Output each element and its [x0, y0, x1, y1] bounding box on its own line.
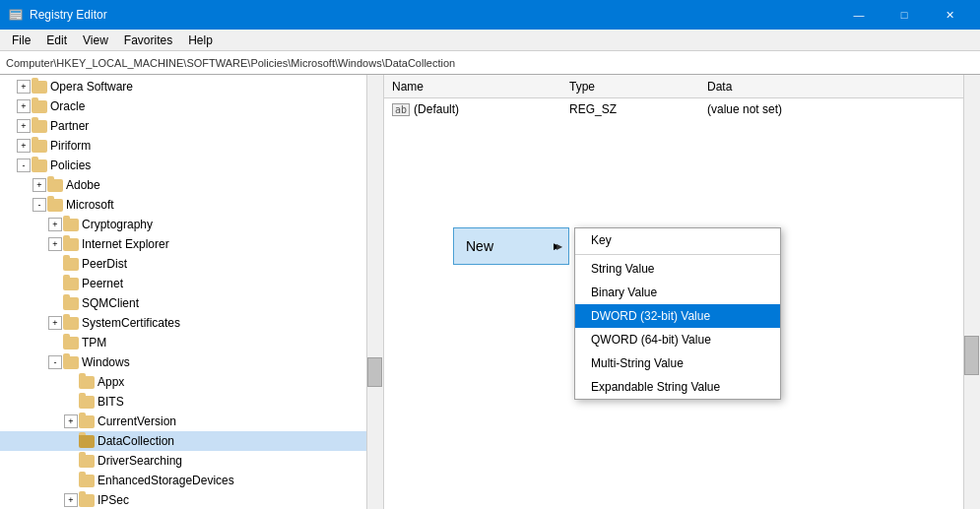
svg-rect-2 [11, 14, 21, 15]
tree-label-adobe: Adobe [66, 178, 100, 192]
menu-help[interactable]: Help [180, 30, 221, 50]
submenu: Key String Value Binary Value DWORD (32-… [574, 227, 781, 400]
address-bar: Computer\HKEY_LOCAL_MACHINE\SOFTWARE\Pol… [0, 51, 980, 75]
tree-item-ie[interactable]: + Internet Explorer [0, 234, 383, 254]
expander-adobe[interactable]: + [33, 178, 46, 192]
tree-scrollbar[interactable] [366, 75, 383, 509]
title-bar-title: Registry Editor [30, 8, 107, 22]
tree-label-policies: Policies [50, 159, 91, 172]
folder-icon-oracle [32, 100, 47, 113]
tree-panel[interactable]: + Opera Software + Oracle + Partner + Pi… [0, 75, 384, 509]
tree-item-tpm[interactable]: TPM [0, 333, 383, 352]
expander-piriform[interactable]: + [17, 139, 31, 153]
row-type-default: REG_SZ [569, 102, 707, 116]
menu-favorites[interactable]: Favorites [116, 30, 180, 50]
folder-icon-ie [63, 238, 79, 251]
menu-bar: File Edit View Favorites Help [0, 30, 980, 51]
title-bar-left: Registry Editor [8, 7, 107, 23]
tree-label-microsoft: Microsoft [66, 198, 114, 212]
tree-scroll[interactable]: + Opera Software + Oracle + Partner + Pi… [0, 75, 383, 509]
tree-item-policies[interactable]: - Policies [0, 156, 383, 175]
tree-item-cryptography[interactable]: + Cryptography [0, 215, 383, 234]
tree-label-opera: Opera Software [50, 80, 133, 94]
close-button[interactable]: ✕ [927, 0, 972, 30]
expander-syscerts[interactable]: + [48, 316, 62, 330]
tree-item-peernet[interactable]: Peernet [0, 274, 383, 293]
svg-rect-1 [11, 11, 21, 13]
col-header-data: Data [707, 80, 972, 94]
tree-label-datacollection: DataCollection [98, 434, 174, 448]
maximize-button[interactable]: □ [882, 0, 927, 30]
submenu-item-dword[interactable]: DWORD (32-bit) Value [575, 304, 780, 328]
submenu-item-string[interactable]: String Value [575, 257, 780, 281]
svg-rect-4 [11, 18, 17, 19]
tree-label-sqmclient: SQMClient [82, 296, 139, 310]
expander-oracle[interactable]: + [17, 99, 31, 113]
tree-item-peerdist[interactable]: PeerDist [0, 254, 383, 274]
tree-label-oracle: Oracle [50, 99, 85, 113]
expander-ie[interactable]: + [48, 237, 62, 251]
folder-icon-peerdist [63, 258, 79, 271]
folder-icon-bits [79, 396, 95, 409]
folder-icon-ipsec [79, 494, 95, 507]
tree-label-bits: BITS [98, 395, 124, 409]
submenu-divider [575, 254, 780, 255]
tree-item-currentversion[interactable]: + CurrentVersion [0, 412, 383, 431]
right-scrollbar[interactable] [963, 75, 980, 509]
expander-partner[interactable]: + [17, 119, 31, 133]
row-name-default: ab (Default) [392, 102, 569, 116]
expander-ipsec[interactable]: + [64, 493, 78, 507]
submenu-item-key[interactable]: Key [575, 228, 780, 252]
tree-label-enhancedstorage: EnhancedStorageDevices [98, 474, 234, 487]
tree-item-oracle[interactable]: + Oracle [0, 96, 383, 116]
tree-item-windows[interactable]: - Windows [0, 352, 383, 372]
tree-item-ipsec[interactable]: + IPSec [0, 490, 383, 509]
tree-item-syscerts[interactable]: + SystemCertificates [0, 313, 383, 333]
tree-item-sqmclient[interactable]: SQMClient [0, 293, 383, 313]
table-row-default[interactable]: ab (Default) REG_SZ (value not set) [384, 98, 980, 120]
new-button-area: New ▶ [453, 227, 569, 265]
tree-item-datacollection[interactable]: DataCollection [0, 431, 383, 451]
expander-windows[interactable]: - [48, 355, 62, 369]
expander-policies[interactable]: - [17, 159, 31, 172]
svg-rect-3 [11, 16, 21, 17]
submenu-item-expandable[interactable]: Expandable String Value [575, 375, 780, 399]
folder-icon-windows [63, 356, 79, 369]
col-header-type: Type [569, 80, 707, 94]
tree-item-piriform[interactable]: + Piriform [0, 136, 383, 156]
expander-opera[interactable]: + [17, 80, 31, 94]
submenu-item-multistring[interactable]: Multi-String Value [575, 351, 780, 375]
folder-icon-currentversion [79, 415, 95, 428]
tree-item-microsoft[interactable]: - Microsoft [0, 195, 383, 215]
tree-label-syscerts: SystemCertificates [82, 316, 180, 330]
tree-item-bits[interactable]: BITS [0, 392, 383, 412]
expander-microsoft[interactable]: - [33, 198, 46, 212]
tree-item-enhancedstorage[interactable]: EnhancedStorageDevices [0, 471, 383, 490]
folder-icon-tpm [63, 337, 79, 350]
tree-item-driversearching[interactable]: DriverSearching [0, 451, 383, 471]
menu-edit[interactable]: Edit [38, 30, 75, 50]
right-scrollbar-thumb[interactable] [964, 336, 979, 375]
tree-label-cryptography: Cryptography [82, 218, 153, 231]
submenu-item-qword[interactable]: QWORD (64-bit) Value [575, 328, 780, 351]
folder-icon-adobe [47, 179, 63, 192]
minimize-button[interactable]: — [836, 0, 882, 30]
expander-currentversion[interactable]: + [64, 414, 78, 428]
address-path: Computer\HKEY_LOCAL_MACHINE\SOFTWARE\Pol… [6, 57, 455, 69]
submenu-item-binary[interactable]: Binary Value [575, 281, 780, 304]
tree-item-adobe[interactable]: + Adobe [0, 175, 383, 195]
expander-cryptography[interactable]: + [48, 218, 62, 231]
tree-scrollbar-thumb[interactable] [367, 357, 382, 387]
new-button[interactable]: New ▶ [453, 227, 569, 265]
menu-file[interactable]: File [4, 30, 38, 50]
tree-label-partner: Partner [50, 119, 89, 133]
tree-item-appx[interactable]: Appx [0, 372, 383, 392]
tree-item-opera[interactable]: + Opera Software [0, 77, 383, 96]
tree-label-peerdist: PeerDist [82, 257, 127, 271]
tree-label-windows: Windows [82, 355, 130, 369]
folder-icon-opera [32, 81, 47, 94]
new-button-arrow: ▶ [554, 241, 560, 251]
menu-view[interactable]: View [75, 30, 116, 50]
tree-item-partner[interactable]: + Partner [0, 116, 383, 136]
registry-icon [8, 7, 24, 23]
